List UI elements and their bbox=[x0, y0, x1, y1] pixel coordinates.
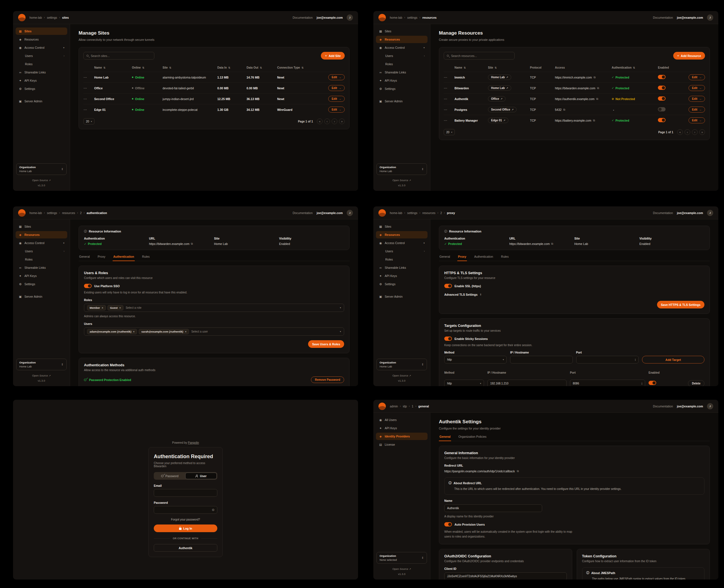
email-field[interactable] bbox=[154, 489, 217, 497]
method-select[interactable]: http▾ bbox=[444, 356, 507, 363]
avatar[interactable]: J bbox=[707, 210, 713, 216]
page-size-select[interactable]: 20▾ bbox=[83, 118, 95, 124]
enabled-toggle[interactable] bbox=[658, 75, 666, 79]
copy-icon[interactable]: ⧉ bbox=[551, 242, 553, 246]
auth-method-button[interactable]: Remove Password bbox=[311, 377, 344, 383]
table-row[interactable]: ⋯ Second Office Online jumpy-indian-dese… bbox=[83, 93, 345, 104]
sidebar-item[interactable]: ◉ Access Control ▾ bbox=[376, 44, 427, 51]
tab[interactable]: Proxy bbox=[97, 255, 106, 261]
documentation-link[interactable]: Documentation bbox=[293, 16, 313, 19]
avatar[interactable]: J bbox=[347, 210, 353, 216]
sidebar-item[interactable]: ✦ API Keys bbox=[16, 272, 67, 279]
sidebar-item[interactable]: ◈ Resources bbox=[376, 231, 427, 238]
first-page-button[interactable]: « bbox=[317, 119, 323, 124]
breadcrumb-item[interactable]: idp bbox=[403, 404, 407, 408]
sidebar-item[interactable]: ◉ All Users bbox=[376, 416, 427, 424]
edit-button[interactable]: Edit→ bbox=[688, 107, 705, 112]
sidebar-item[interactable]: Users › bbox=[376, 52, 427, 60]
breadcrumb-item[interactable]: general bbox=[419, 404, 429, 408]
enabled-toggle[interactable] bbox=[658, 107, 666, 111]
sidebar-item[interactable]: ▦ Sites bbox=[376, 27, 427, 35]
documentation-link[interactable]: Documentation bbox=[653, 404, 673, 408]
target-enabled-toggle[interactable] bbox=[648, 381, 656, 385]
sidebar-item[interactable]: ◈ Resources bbox=[16, 231, 67, 238]
stepper-icon[interactable] bbox=[641, 382, 642, 385]
table-row[interactable]: ⋯ Bitwarden Home Lab↗ TCP https://bitwar… bbox=[444, 83, 705, 93]
open-source-link[interactable]: Open Source ↗ bbox=[16, 178, 67, 182]
open-source-link[interactable]: Open Source ↗ bbox=[377, 374, 427, 377]
sidebar-item[interactable]: Roles bbox=[376, 256, 427, 263]
pangolin-logo[interactable] bbox=[379, 209, 386, 216]
last-page-button[interactable]: » bbox=[339, 119, 345, 124]
sidebar-item[interactable]: ✦ API Keys bbox=[376, 424, 427, 432]
breadcrumb-item[interactable]: 2 bbox=[440, 211, 442, 215]
table-row[interactable]: ⋯ Postgres Second Office↗ TCP 5432⧉ - Ed… bbox=[444, 104, 705, 115]
sidebar-item[interactable]: ⚙ Settings bbox=[16, 85, 67, 92]
target-ip-input[interactable]: 192.168.1.210 bbox=[487, 380, 566, 386]
breadcrumb-item[interactable]: home-lab bbox=[390, 16, 402, 19]
open-source-link[interactable]: Open Source ↗ bbox=[377, 567, 427, 570]
sidebar-item[interactable]: ◈ Resources bbox=[376, 36, 427, 43]
sidebar-item[interactable]: Roles bbox=[376, 60, 427, 68]
column-header[interactable]: Data Out⇅ bbox=[246, 66, 275, 69]
target-method-select[interactable]: http▾ bbox=[444, 380, 484, 386]
forgot-password-link[interactable]: Forgot your password? bbox=[154, 518, 217, 521]
breadcrumb-item[interactable]: home-lab bbox=[29, 211, 42, 215]
sidebar-item[interactable]: ✦ API Keys bbox=[376, 272, 427, 279]
close-icon[interactable]: × bbox=[185, 330, 186, 333]
advanced-tls-expander[interactable]: Advanced TLS Settings⇕ bbox=[444, 293, 704, 296]
documentation-link[interactable]: Documentation bbox=[653, 211, 673, 215]
open-source-link[interactable]: Open Source ↗ bbox=[16, 374, 67, 377]
password-field[interactable]: ⊙ bbox=[154, 506, 217, 514]
avatar[interactable]: J bbox=[347, 15, 353, 21]
organization-selector[interactable]: OrganizationHome Lab ⇕ bbox=[377, 163, 427, 175]
delete-target-button[interactable]: Delete bbox=[688, 380, 704, 386]
edit-button[interactable]: Edit→ bbox=[328, 96, 345, 102]
organization-selector[interactable]: OrganizationHome Lab ⇕ bbox=[16, 359, 67, 370]
sidebar-item[interactable]: ✦ API Keys bbox=[376, 77, 427, 84]
user-chip[interactable]: adam@example.com (Authentik)× bbox=[87, 329, 137, 334]
stepper-icon[interactable] bbox=[635, 358, 636, 361]
sidebar-item[interactable]: ▣ Server Admin bbox=[376, 293, 427, 300]
copy-icon[interactable]: ⧉ bbox=[563, 108, 565, 111]
documentation-link[interactable]: Documentation bbox=[653, 16, 673, 19]
tab[interactable]: Proxy bbox=[457, 255, 467, 261]
role-chip[interactable]: Member× bbox=[87, 305, 106, 311]
column-header[interactable]: Access bbox=[555, 66, 609, 69]
breadcrumb-item[interactable]: resources bbox=[422, 211, 436, 215]
breadcrumb-item[interactable]: sites bbox=[62, 16, 69, 19]
sidebar-item[interactable]: Roles bbox=[16, 256, 67, 263]
auth-method-tab[interactable]: User bbox=[185, 472, 217, 479]
breadcrumb-item[interactable]: home-lab bbox=[29, 16, 42, 19]
client-id-input[interactable]: JJoSvHCZcxnXT2sfoIAJFSSj6a21MuKNRXs3kN5w… bbox=[444, 572, 567, 580]
tab[interactable]: Rules bbox=[500, 255, 509, 261]
close-icon[interactable]: × bbox=[133, 330, 135, 333]
row-menu-icon[interactable]: ⋯ bbox=[444, 97, 452, 101]
enabled-toggle[interactable] bbox=[658, 86, 666, 90]
edit-button[interactable]: Edit→ bbox=[688, 96, 705, 102]
copy-icon[interactable]: ⧉ bbox=[594, 76, 596, 79]
column-header[interactable]: Data In⇅ bbox=[217, 66, 244, 69]
save-users-roles-button[interactable]: Save Users & Roles bbox=[308, 340, 344, 348]
pangolin-logo[interactable] bbox=[18, 14, 25, 21]
search-input[interactable]: Search resources... bbox=[444, 52, 515, 60]
table-row[interactable]: ⋯ Home Lab Online alarming-ambystoma-tal… bbox=[83, 72, 345, 83]
search-input[interactable]: Search sites... bbox=[83, 52, 154, 60]
site-link[interactable]: Home Lab↗ bbox=[488, 85, 511, 91]
breadcrumb-item[interactable]: settings bbox=[47, 211, 57, 215]
close-icon[interactable]: × bbox=[102, 307, 103, 309]
column-header[interactable]: Connection Type⇅ bbox=[277, 66, 318, 69]
sidebar-item[interactable]: ▤ License bbox=[376, 441, 427, 448]
column-header[interactable]: Site⇅ bbox=[488, 66, 528, 69]
breadcrumb-item[interactable]: proxy bbox=[447, 211, 455, 215]
tab[interactable]: General bbox=[439, 255, 450, 261]
avatar[interactable]: J bbox=[707, 15, 713, 21]
table-row[interactable]: ⋯ Office Offline devoted-fat-tailed-gerb… bbox=[83, 83, 345, 93]
sidebar-item[interactable]: ⚙ Settings bbox=[16, 280, 67, 288]
site-link[interactable]: Home Lab↗ bbox=[488, 75, 511, 80]
site-link[interactable]: Edge 01↗ bbox=[488, 118, 508, 123]
last-page-button[interactable]: » bbox=[699, 129, 705, 135]
breadcrumb-item[interactable]: 1 bbox=[411, 404, 413, 408]
edit-button[interactable]: Edit→ bbox=[328, 107, 345, 112]
sidebar-item[interactable]: ▣ Server Admin bbox=[16, 98, 67, 105]
